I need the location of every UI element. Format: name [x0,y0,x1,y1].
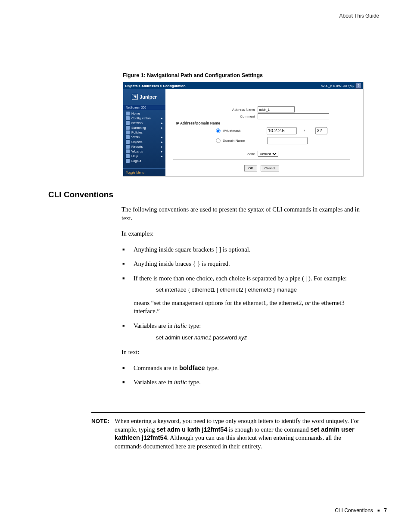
footer-bullet-icon: ■ [377,508,380,513]
screenshot-form: Address Name Comment IP Address/Domain N… [165,89,363,176]
nav-configuration[interactable]: Configuration▸ [123,116,165,121]
domain-name-radio[interactable] [216,138,220,143]
cancel-button[interactable]: Cancel [261,165,279,171]
page-number: 7 [384,507,387,513]
nav-wizards[interactable]: Wizards▸ [123,149,165,154]
ip-input[interactable] [267,127,297,134]
vpns-icon [126,135,130,139]
wizards-icon [126,149,130,153]
figure-caption: Figure 1: Navigational Path and Configur… [123,72,263,78]
device-name: NetScreen-200 [123,105,165,110]
comment-input[interactable] [258,113,329,119]
breadcrumb: Objects > Addresses > Configuration [125,84,186,88]
code-example-1: set interface { ethernet1 | ethernet2 | … [156,286,363,294]
nav-help[interactable]: Help▸ [123,154,165,159]
nav-network[interactable]: Network▸ [123,121,165,125]
nav-objects[interactable]: Objects▸ [123,140,165,144]
reports-icon [126,145,130,149]
help-icon[interactable]: ? [355,83,361,89]
policies-icon [126,131,130,134]
ip-section-head: IP Address/Domain Name [176,121,350,125]
li-variables: Variables are in italic type: set admin … [121,322,363,341]
nav-reports[interactable]: Reports▸ [123,144,165,149]
page-footer: CLI Conventions ■ 7 [48,507,387,513]
nav-vpns[interactable]: VPNs▸ [123,135,165,140]
li-braces: Anything inside braces { } is required. [121,260,363,268]
nav-home[interactable]: Home [123,111,165,116]
mask-input[interactable] [315,127,327,134]
li-variables-italic: Variables are in italic type. [121,378,363,387]
divider-2 [173,159,350,160]
mask-prefix: / [302,129,306,133]
nav-screening[interactable]: Screening▸ [123,125,165,130]
ip-netmask-label: IP/Netmask [223,129,240,133]
sidebar-nav: Home Configuration▸ Network▸ Screening▸ … [123,110,165,168]
note-block: NOTE: When entering a keyword, you need … [91,412,365,456]
li-pipe: If there is more than one choice, each c… [121,274,363,316]
li-brackets: Anything inside square brackets [ ] is o… [121,246,363,254]
ip-netmask-radio[interactable] [216,128,220,133]
zone-label: Zone [173,152,258,156]
domain-name-label: Domain Name [223,139,245,143]
running-header: About This Guide [339,13,379,19]
para-in-text: In text: [121,348,363,357]
nav-policies[interactable]: Policies [123,130,165,135]
help-nav-icon [126,154,130,158]
objects-icon [126,140,130,144]
para-in-examples: In examples: [121,230,363,238]
comment-label: Comment [173,115,258,118]
logout-icon [126,159,130,163]
section-title: CLI Conventions [48,190,113,199]
config-icon [126,116,130,120]
note-text: When entering a keyword, you need to typ… [115,417,365,451]
note-tag: NOTE: [91,417,109,451]
para-intro: The following conventions are used to pr… [121,205,363,222]
address-name-input[interactable] [258,106,295,112]
screening-icon [126,126,130,130]
li-commands-bold: Commands are in boldface type. [121,364,363,373]
body-text: The following conventions are used to pr… [121,205,363,394]
brand-logo: Juniper [123,89,165,105]
domain-input[interactable] [267,137,308,144]
zone-select[interactable]: Untrust [258,151,278,157]
screenshot-topbar: Objects > Addresses > Configuration n200… [123,82,363,89]
version-label: n200_6.0.0:NSRP(M) [321,84,354,88]
ok-button[interactable]: OK [244,165,257,171]
network-icon [126,121,130,125]
screenshot: Objects > Addresses > Configuration n200… [123,82,364,177]
footer-title: CLI Conventions [335,507,373,513]
nav-logout[interactable]: Logout [123,159,165,163]
brand-text: Juniper [140,94,157,100]
toggle-menu-link[interactable]: Toggle Menu [123,168,165,176]
sidebar: Juniper NetScreen-200 Home Configuration… [123,89,165,176]
logo-icon [132,94,138,100]
divider [173,148,350,148]
home-icon [126,112,130,115]
code-example-2: set admin user name1 password xyz [156,334,363,342]
address-name-label: Address Name [173,108,258,112]
